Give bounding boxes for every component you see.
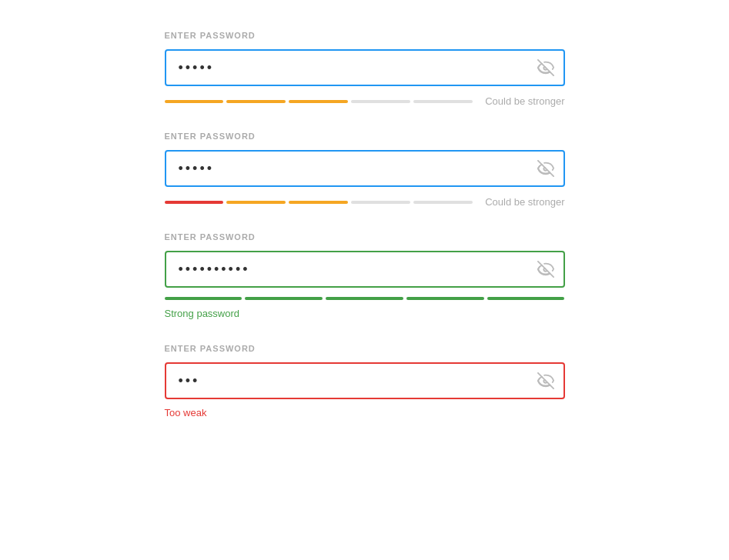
- password-input-4[interactable]: [165, 362, 565, 399]
- bar-segment-3-4: [406, 297, 484, 300]
- field-label-4: ENTER PASSWORD: [165, 344, 565, 353]
- bar-segment-2-5: [413, 201, 473, 204]
- bar-segment-3-2: [245, 297, 323, 300]
- strength-bar-row-1: Could be stronger: [165, 95, 565, 107]
- bar-segment-2-4: [351, 201, 410, 204]
- strength-label-1: Could be stronger: [485, 95, 564, 107]
- bar-segment-1-5: [413, 100, 473, 103]
- eye-slash-icon-2[interactable]: [537, 160, 554, 177]
- eye-slash-icon-3[interactable]: [537, 261, 554, 278]
- input-wrapper-1: [165, 49, 565, 86]
- bar-segment-1-4: [351, 100, 410, 103]
- bar-segment-1-3: [289, 100, 348, 103]
- strength-bars-2: [165, 201, 473, 204]
- bar-segment-1-1: [165, 100, 224, 103]
- field-label-3: ENTER PASSWORD: [165, 232, 565, 242]
- input-wrapper-4: [165, 362, 565, 399]
- status-text-4: Too weak: [165, 407, 565, 418]
- bar-segment-3-3: [326, 297, 403, 300]
- input-wrapper-2: [165, 150, 565, 187]
- status-text-3: Strong password: [165, 308, 565, 319]
- password-group-3: ENTER PASSWORD Strong password: [165, 232, 565, 319]
- eye-slash-icon-1[interactable]: [537, 59, 554, 76]
- strength-label-2: Could be stronger: [485, 196, 564, 208]
- bar-segment-1-2: [226, 100, 286, 103]
- bar-segment-2-1: [165, 201, 224, 204]
- field-label-2: ENTER PASSWORD: [165, 132, 565, 141]
- password-form: ENTER PASSWORD Could be strongerENTER PA…: [165, 31, 565, 418]
- password-group-2: ENTER PASSWORD Could be stronger: [165, 132, 565, 208]
- eye-slash-icon-4[interactable]: [537, 372, 554, 389]
- password-input-3[interactable]: [165, 251, 565, 288]
- bar-segment-3-1: [165, 297, 242, 300]
- bar-segment-3-5: [487, 297, 565, 300]
- password-group-1: ENTER PASSWORD Could be stronger: [165, 31, 565, 107]
- password-input-1[interactable]: [165, 49, 565, 86]
- password-group-4: ENTER PASSWORD Too weak: [165, 344, 565, 418]
- strength-bars-3: [165, 297, 565, 300]
- strength-bars-1: [165, 100, 473, 103]
- bar-segment-2-2: [226, 201, 286, 204]
- strength-bar-row-2: Could be stronger: [165, 196, 565, 208]
- field-label-1: ENTER PASSWORD: [165, 31, 565, 40]
- password-input-2[interactable]: [165, 150, 565, 187]
- bar-segment-2-3: [289, 201, 348, 204]
- strength-bar-row-3: [165, 297, 565, 300]
- input-wrapper-3: [165, 251, 565, 288]
